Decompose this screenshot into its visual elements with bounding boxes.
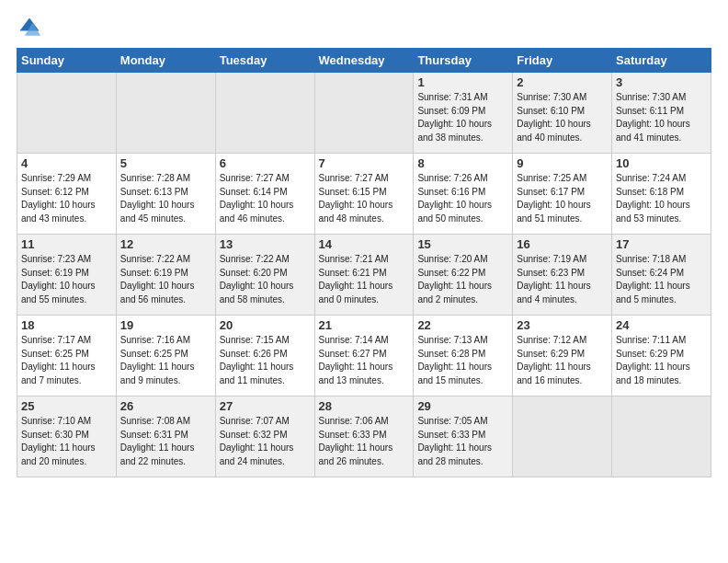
day-info: Sunrise: 7:26 AMSunset: 6:16 PMDaylight:…	[417, 172, 508, 225]
day-info: Sunrise: 7:30 AMSunset: 6:10 PMDaylight:…	[517, 91, 608, 144]
calendar-cell	[116, 73, 215, 154]
day-number: 1	[417, 75, 508, 89]
calendar-cell: 2Sunrise: 7:30 AMSunset: 6:10 PMDaylight…	[513, 73, 612, 154]
header	[17, 15, 711, 40]
day-info: Sunrise: 7:25 AMSunset: 6:17 PMDaylight:…	[517, 172, 608, 225]
weekday-header-friday: Friday	[513, 49, 612, 73]
calendar-cell: 27Sunrise: 7:07 AMSunset: 6:32 PMDayligh…	[215, 396, 314, 477]
day-info: Sunrise: 7:30 AMSunset: 6:11 PMDaylight:…	[616, 91, 707, 144]
day-info: Sunrise: 7:28 AMSunset: 6:13 PMDaylight:…	[120, 172, 211, 225]
calendar-cell: 21Sunrise: 7:14 AMSunset: 6:27 PMDayligh…	[314, 316, 414, 396]
day-number: 22	[417, 318, 508, 332]
day-number: 23	[517, 318, 608, 332]
day-number: 14	[319, 237, 410, 251]
calendar-cell	[17, 73, 117, 154]
day-number: 6	[220, 156, 311, 170]
day-number: 25	[21, 399, 112, 413]
day-info: Sunrise: 7:13 AMSunset: 6:28 PMDaylight:…	[417, 334, 508, 387]
calendar-cell: 4Sunrise: 7:29 AMSunset: 6:12 PMDaylight…	[17, 154, 117, 235]
calendar-cell	[513, 396, 612, 477]
calendar-cell: 8Sunrise: 7:26 AMSunset: 6:16 PMDaylight…	[414, 154, 513, 235]
day-number: 28	[319, 399, 410, 413]
calendar-cell: 3Sunrise: 7:30 AMSunset: 6:11 PMDaylight…	[612, 73, 711, 154]
day-info: Sunrise: 7:20 AMSunset: 6:22 PMDaylight:…	[417, 253, 508, 306]
calendar-cell: 19Sunrise: 7:16 AMSunset: 6:25 PMDayligh…	[116, 316, 215, 396]
day-info: Sunrise: 7:10 AMSunset: 6:30 PMDaylight:…	[21, 415, 112, 468]
day-info: Sunrise: 7:08 AMSunset: 6:31 PMDaylight:…	[120, 415, 211, 468]
day-info: Sunrise: 7:19 AMSunset: 6:23 PMDaylight:…	[517, 253, 608, 306]
calendar-cell: 24Sunrise: 7:11 AMSunset: 6:29 PMDayligh…	[612, 316, 711, 396]
calendar-cell: 16Sunrise: 7:19 AMSunset: 6:23 PMDayligh…	[513, 235, 612, 316]
day-info: Sunrise: 7:22 AMSunset: 6:19 PMDaylight:…	[120, 253, 211, 306]
logo-icon	[17, 15, 42, 40]
day-info: Sunrise: 7:31 AMSunset: 6:09 PMDaylight:…	[417, 91, 508, 144]
calendar-cell: 10Sunrise: 7:24 AMSunset: 6:18 PMDayligh…	[612, 154, 711, 235]
day-info: Sunrise: 7:21 AMSunset: 6:21 PMDaylight:…	[319, 253, 410, 306]
day-number: 5	[120, 156, 211, 170]
day-number: 12	[120, 237, 211, 251]
weekday-header-thursday: Thursday	[414, 49, 513, 73]
day-number: 21	[319, 318, 410, 332]
day-number: 29	[417, 399, 508, 413]
calendar-week-row: 4Sunrise: 7:29 AMSunset: 6:12 PMDaylight…	[17, 154, 711, 235]
day-number: 16	[517, 237, 608, 251]
calendar-cell: 1Sunrise: 7:31 AMSunset: 6:09 PMDaylight…	[414, 73, 513, 154]
weekday-header-saturday: Saturday	[612, 49, 711, 73]
weekday-header-sunday: Sunday	[17, 49, 117, 73]
day-info: Sunrise: 7:12 AMSunset: 6:29 PMDaylight:…	[517, 334, 608, 387]
calendar-week-row: 1Sunrise: 7:31 AMSunset: 6:09 PMDaylight…	[17, 73, 711, 154]
day-info: Sunrise: 7:24 AMSunset: 6:18 PMDaylight:…	[616, 172, 707, 225]
day-number: 4	[21, 156, 112, 170]
calendar-week-row: 11Sunrise: 7:23 AMSunset: 6:19 PMDayligh…	[17, 235, 711, 316]
calendar-cell: 14Sunrise: 7:21 AMSunset: 6:21 PMDayligh…	[314, 235, 414, 316]
calendar-cell: 5Sunrise: 7:28 AMSunset: 6:13 PMDaylight…	[116, 154, 215, 235]
day-number: 11	[21, 237, 112, 251]
day-info: Sunrise: 7:23 AMSunset: 6:19 PMDaylight:…	[21, 253, 112, 306]
calendar-cell: 17Sunrise: 7:18 AMSunset: 6:24 PMDayligh…	[612, 235, 711, 316]
day-number: 17	[616, 237, 707, 251]
day-number: 9	[517, 156, 608, 170]
calendar-cell	[215, 73, 314, 154]
calendar-cell: 28Sunrise: 7:06 AMSunset: 6:33 PMDayligh…	[314, 396, 414, 477]
calendar-cell	[314, 73, 414, 154]
calendar-cell: 12Sunrise: 7:22 AMSunset: 6:19 PMDayligh…	[116, 235, 215, 316]
calendar-cell: 26Sunrise: 7:08 AMSunset: 6:31 PMDayligh…	[116, 396, 215, 477]
day-info: Sunrise: 7:17 AMSunset: 6:25 PMDaylight:…	[21, 334, 112, 387]
weekday-header-wednesday: Wednesday	[314, 49, 414, 73]
day-info: Sunrise: 7:27 AMSunset: 6:15 PMDaylight:…	[319, 172, 410, 225]
calendar-cell	[612, 396, 711, 477]
day-number: 13	[220, 237, 311, 251]
calendar-page: SundayMondayTuesdayWednesdayThursdayFrid…	[0, 0, 728, 563]
day-info: Sunrise: 7:15 AMSunset: 6:26 PMDaylight:…	[220, 334, 311, 387]
day-number: 19	[120, 318, 211, 332]
day-number: 18	[21, 318, 112, 332]
day-info: Sunrise: 7:11 AMSunset: 6:29 PMDaylight:…	[616, 334, 707, 387]
calendar-cell: 6Sunrise: 7:27 AMSunset: 6:14 PMDaylight…	[215, 154, 314, 235]
day-number: 10	[616, 156, 707, 170]
day-info: Sunrise: 7:14 AMSunset: 6:27 PMDaylight:…	[319, 334, 410, 387]
calendar-cell: 20Sunrise: 7:15 AMSunset: 6:26 PMDayligh…	[215, 316, 314, 396]
weekday-header-row: SundayMondayTuesdayWednesdayThursdayFrid…	[17, 49, 711, 73]
day-info: Sunrise: 7:05 AMSunset: 6:33 PMDaylight:…	[417, 415, 508, 468]
day-info: Sunrise: 7:29 AMSunset: 6:12 PMDaylight:…	[21, 172, 112, 225]
day-info: Sunrise: 7:18 AMSunset: 6:24 PMDaylight:…	[616, 253, 707, 306]
day-number: 27	[220, 399, 311, 413]
calendar-cell: 9Sunrise: 7:25 AMSunset: 6:17 PMDaylight…	[513, 154, 612, 235]
calendar-table: SundayMondayTuesdayWednesdayThursdayFrid…	[17, 48, 711, 477]
day-number: 15	[417, 237, 508, 251]
logo	[17, 15, 48, 40]
calendar-cell: 15Sunrise: 7:20 AMSunset: 6:22 PMDayligh…	[414, 235, 513, 316]
day-number: 2	[517, 75, 608, 89]
day-number: 20	[220, 318, 311, 332]
calendar-cell: 22Sunrise: 7:13 AMSunset: 6:28 PMDayligh…	[414, 316, 513, 396]
day-number: 3	[616, 75, 707, 89]
day-info: Sunrise: 7:16 AMSunset: 6:25 PMDaylight:…	[120, 334, 211, 387]
calendar-cell: 11Sunrise: 7:23 AMSunset: 6:19 PMDayligh…	[17, 235, 117, 316]
calendar-week-row: 25Sunrise: 7:10 AMSunset: 6:30 PMDayligh…	[17, 396, 711, 477]
day-number: 26	[120, 399, 211, 413]
day-info: Sunrise: 7:06 AMSunset: 6:33 PMDaylight:…	[319, 415, 410, 468]
day-number: 7	[319, 156, 410, 170]
calendar-cell: 7Sunrise: 7:27 AMSunset: 6:15 PMDaylight…	[314, 154, 414, 235]
calendar-cell: 18Sunrise: 7:17 AMSunset: 6:25 PMDayligh…	[17, 316, 117, 396]
day-info: Sunrise: 7:22 AMSunset: 6:20 PMDaylight:…	[220, 253, 311, 306]
